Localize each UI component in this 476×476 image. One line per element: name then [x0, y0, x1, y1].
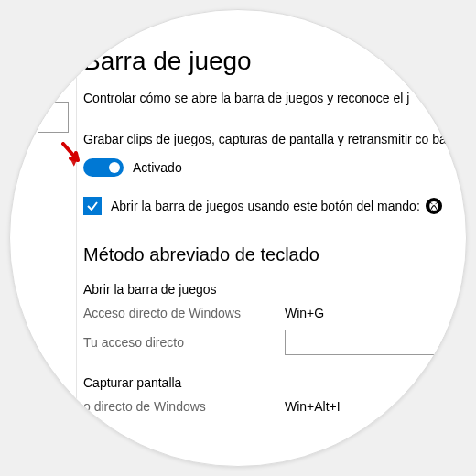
- sidebar-icon-fragment: [38, 102, 69, 133]
- record-toggle[interactable]: [83, 158, 124, 177]
- shortcut-open-windows-row: Acceso directo de Windows Win+G: [83, 306, 467, 320]
- shortcut-capture-windows-value: Win+Alt+I: [285, 399, 341, 414]
- divider: [76, 10, 77, 467]
- annotation-arrow-icon: [58, 142, 83, 168]
- settings-panel: Barra de juego Controlar cómo se abre la…: [83, 47, 467, 434]
- shortcut-open-windows-value: Win+G: [285, 306, 324, 320]
- shortcut-open-title: Abrir la barra de juegos: [83, 282, 467, 297]
- controller-open-text: Abrir la barra de juegos usando este bot…: [111, 199, 420, 213]
- record-description: Grabar clips de juegos, capturas de pant…: [83, 131, 467, 149]
- record-toggle-row: Activado: [83, 158, 467, 177]
- shortcut-windows-label: Acceso directo de Windows: [83, 306, 285, 320]
- content-circle-mask: Barra de juego Controlar cómo se abre la…: [9, 9, 467, 467]
- shortcut-capture-title: Capturar pantalla: [83, 375, 467, 390]
- controller-open-label: Abrir la barra de juegos usando este bot…: [111, 198, 442, 214]
- controller-open-checkbox[interactable]: [83, 197, 102, 215]
- shortcut-open-custom-row: Tu acceso directo: [83, 330, 467, 355]
- shortcuts-heading: Método abreviado de teclado: [83, 244, 467, 265]
- shortcut-capture-windows-row: o directo de Windows Win+Alt+I: [83, 399, 467, 414]
- page-title: Barra de juego: [83, 47, 467, 76]
- controller-open-row: Abrir la barra de juegos usando este bot…: [83, 197, 467, 215]
- shortcut-capture: Capturar pantalla o directo de Windows W…: [83, 375, 467, 414]
- xbox-icon: [426, 198, 442, 214]
- shortcut-capture-windows-label: o directo de Windows: [83, 399, 285, 414]
- shortcut-open-custom-input[interactable]: [285, 330, 449, 355]
- shortcut-open-bar: Abrir la barra de juegos Acceso directo …: [83, 282, 467, 355]
- shortcut-custom-label: Tu acceso directo: [83, 335, 285, 350]
- page-description: Controlar cómo se abre la barra de juego…: [83, 91, 467, 105]
- record-toggle-label: Activado: [133, 160, 182, 175]
- checkmark-icon: [86, 200, 99, 212]
